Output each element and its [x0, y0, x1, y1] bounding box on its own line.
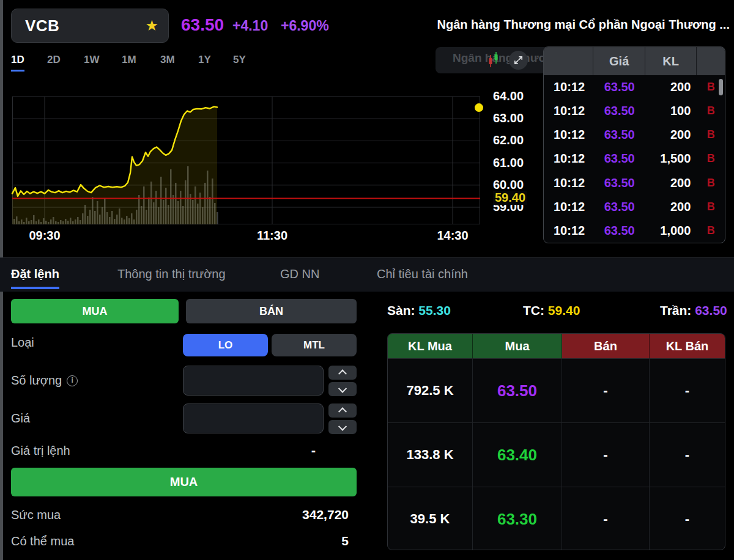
price-decrease-button[interactable]	[328, 420, 357, 434]
y-tick-label: 60.00	[493, 178, 524, 192]
trade-history-header: Giá KL	[544, 47, 725, 75]
ticker-search-box[interactable]: VCB ★	[11, 9, 169, 43]
price-input[interactable]	[183, 403, 324, 433]
trade-row: 10:1263.501,000B	[544, 219, 725, 243]
bid-volume-cell[interactable]: 39.5 K	[388, 487, 473, 550]
y-tick-label: 63.00	[493, 111, 524, 125]
trading-app-window: VCB ★ 63.50 +4.10 +6.90% Ngân hàng Thươn…	[0, 0, 734, 560]
price-chart[interactable]	[12, 89, 480, 224]
trade-vol: 200	[645, 200, 697, 214]
floor-label: Sàn:	[387, 303, 415, 317]
trade-side: B	[697, 177, 725, 190]
tab-thong-tin-thi-truong[interactable]: Thông tin thị trường	[117, 267, 226, 287]
last-price: 63.50	[181, 15, 224, 35]
trade-vol: 200	[645, 80, 697, 94]
order-type-lo-button[interactable]: LO	[183, 334, 268, 356]
order-value: -	[263, 443, 316, 459]
quantity-label-text: Số lượng	[11, 374, 62, 388]
chevron-up-icon	[338, 369, 347, 378]
trade-row: 10:1263.50100B	[544, 99, 725, 123]
trade-time: 10:12	[544, 128, 594, 142]
timeframe-3m[interactable]: 3M	[160, 54, 175, 66]
trade-price: 63.50	[594, 176, 645, 190]
order-value-label: Giá trị lệnh	[11, 444, 70, 458]
bid-price-cell[interactable]: 63.50	[473, 358, 562, 422]
x-tick-label: 09:30	[29, 229, 60, 243]
candlestick-chart-icon[interactable]	[487, 51, 500, 71]
ask-volume-cell[interactable]: -	[650, 422, 725, 487]
tab-chi-tieu-tai-chinh[interactable]: Chỉ tiêu tài chính	[377, 267, 468, 287]
col-price: Giá	[593, 47, 645, 75]
price-increase-button[interactable]	[328, 403, 357, 418]
scrollbar-thumb[interactable]	[719, 79, 723, 95]
order-book-table: KL MuaMuaBánKL Bán792.5 K63.50--133.8 K6…	[387, 333, 725, 550]
trade-time: 10:12	[544, 80, 594, 94]
x-tick-label: 11:30	[257, 229, 287, 243]
order-type-mtl-button[interactable]: MTL	[272, 334, 357, 356]
timeframe-1w[interactable]: 1W	[84, 54, 100, 66]
order-book-header-ban: Bán	[562, 334, 650, 358]
trade-side: B	[697, 152, 725, 165]
trade-vol: 200	[645, 128, 697, 142]
floor-price: Sàn: 55.30	[387, 303, 451, 318]
quantity-label: Số lượng	[11, 374, 78, 388]
bid-volume-cell[interactable]: 133.8 K	[388, 422, 473, 487]
chevron-down-icon	[338, 384, 347, 392]
chevron-down-icon	[338, 422, 347, 430]
y-tick-label: 64.00	[493, 89, 524, 103]
ticker-symbol: VCB	[25, 17, 145, 35]
x-tick-label: 14:30	[437, 229, 468, 243]
quantity-input[interactable]	[183, 366, 324, 396]
ask-volume-cell[interactable]: -	[650, 358, 725, 422]
can-buy-label: Có thể mua	[11, 534, 74, 548]
submit-buy-button[interactable]: MUA	[11, 468, 357, 496]
reference-value: 59.40	[548, 303, 580, 317]
trade-time: 10:12	[544, 152, 594, 166]
expand-chart-button[interactable]	[509, 51, 528, 70]
timeframe-1m[interactable]: 1M	[122, 54, 136, 66]
ask-volume-cell[interactable]: -	[650, 487, 725, 550]
quantity-decrease-button[interactable]	[328, 382, 357, 396]
ceiling-price: Trần: 63.50	[660, 303, 727, 318]
order-book-header-kl-ban: KL Bán	[650, 334, 725, 358]
trade-time: 10:12	[544, 176, 594, 190]
trade-history-rows: 10:1263.50200B10:1263.50100B10:1263.5020…	[544, 75, 725, 243]
trade-row: 10:1263.50200B	[544, 75, 725, 99]
col-volume: KL	[645, 47, 697, 75]
bid-volume-cell[interactable]: 792.5 K	[388, 358, 473, 422]
floor-value: 55.30	[418, 303, 451, 317]
timeframe-2d[interactable]: 2D	[47, 54, 61, 66]
y-tick-label: 61.00	[493, 156, 524, 170]
buying-power-label: Sức mua	[11, 508, 61, 522]
tab-dat-lenh[interactable]: Đặt lệnh	[11, 267, 59, 289]
bid-price-cell[interactable]: 63.40	[473, 422, 562, 487]
trade-time: 10:12	[544, 104, 594, 118]
timeframe-1d[interactable]: 1D	[11, 54, 24, 72]
trade-side: B	[697, 224, 725, 237]
ceiling-label: Trần:	[660, 303, 691, 317]
order-book-header-kl-mua: KL Mua	[388, 334, 473, 358]
chevron-up-icon	[338, 407, 347, 416]
trade-price: 63.50	[594, 104, 645, 118]
trade-history-table: Giá KL 10:1263.50200B10:1263.50100B10:12…	[543, 46, 725, 243]
buy-side-button[interactable]: MUA	[11, 299, 179, 323]
trade-side: B	[697, 105, 725, 117]
col-side	[697, 47, 725, 75]
trade-vol: 1,000	[645, 224, 697, 238]
bid-price-cell[interactable]: 63.30	[473, 487, 562, 550]
ask-price-cell[interactable]: -	[562, 487, 650, 550]
trade-vol: 100	[645, 104, 697, 118]
section-tab-bar	[0, 257, 734, 292]
timeframe-5y[interactable]: 5Y	[233, 54, 246, 66]
info-icon[interactable]	[67, 375, 78, 386]
ask-price-cell[interactable]: -	[562, 358, 650, 422]
company-name: Ngân hàng Thương mại Cổ phần Ngoại Thươn…	[437, 18, 730, 32]
col-time	[544, 47, 593, 75]
tab-gd-nn[interactable]: GD NN	[280, 267, 319, 287]
favorite-star-icon[interactable]: ★	[145, 18, 158, 33]
quantity-increase-button[interactable]	[328, 366, 357, 380]
timeframe-1y[interactable]: 1Y	[198, 54, 211, 66]
sell-side-button[interactable]: BÁN	[186, 299, 357, 323]
ask-price-cell[interactable]: -	[562, 422, 650, 487]
reference-price-label: 59.40	[493, 191, 527, 205]
